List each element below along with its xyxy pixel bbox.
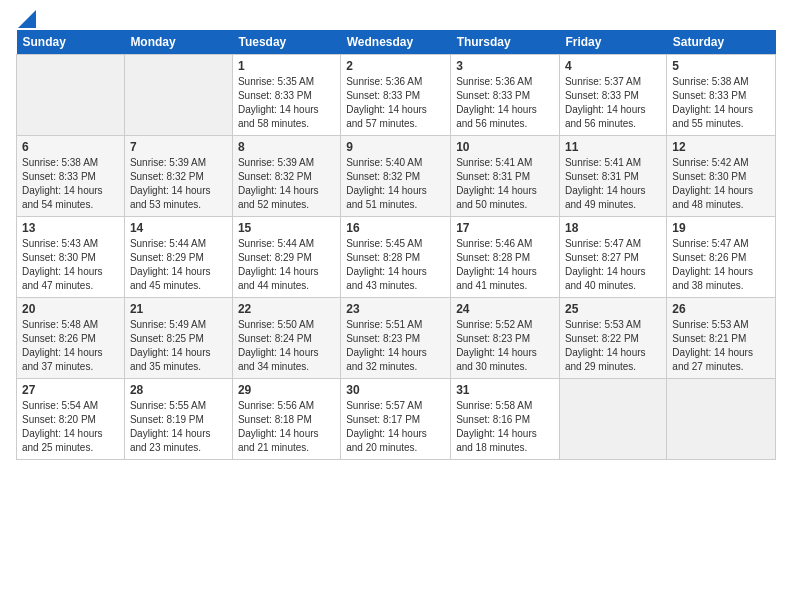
calendar-cell: [559, 379, 666, 460]
day-info: Sunrise: 5:40 AMSunset: 8:32 PMDaylight:…: [346, 156, 445, 212]
day-number: 29: [238, 383, 335, 397]
calendar-cell: 13Sunrise: 5:43 AMSunset: 8:30 PMDayligh…: [17, 217, 125, 298]
day-number: 1: [238, 59, 335, 73]
day-number: 27: [22, 383, 119, 397]
day-number: 24: [456, 302, 554, 316]
main-container: SundayMondayTuesdayWednesdayThursdayFrid…: [0, 0, 792, 468]
day-number: 25: [565, 302, 661, 316]
calendar-cell: 27Sunrise: 5:54 AMSunset: 8:20 PMDayligh…: [17, 379, 125, 460]
day-number: 21: [130, 302, 227, 316]
weekday-header-monday: Monday: [124, 30, 232, 55]
day-number: 18: [565, 221, 661, 235]
calendar-cell: 21Sunrise: 5:49 AMSunset: 8:25 PMDayligh…: [124, 298, 232, 379]
calendar-cell: 25Sunrise: 5:53 AMSunset: 8:22 PMDayligh…: [559, 298, 666, 379]
calendar-table: SundayMondayTuesdayWednesdayThursdayFrid…: [16, 30, 776, 460]
day-number: 9: [346, 140, 445, 154]
day-number: 5: [672, 59, 770, 73]
day-info: Sunrise: 5:36 AMSunset: 8:33 PMDaylight:…: [346, 75, 445, 131]
logo-block: [16, 12, 36, 24]
calendar-cell: 20Sunrise: 5:48 AMSunset: 8:26 PMDayligh…: [17, 298, 125, 379]
weekday-header-friday: Friday: [559, 30, 666, 55]
week-row-5: 27Sunrise: 5:54 AMSunset: 8:20 PMDayligh…: [17, 379, 776, 460]
day-number: 16: [346, 221, 445, 235]
week-row-1: 1Sunrise: 5:35 AMSunset: 8:33 PMDaylight…: [17, 55, 776, 136]
day-info: Sunrise: 5:53 AMSunset: 8:22 PMDaylight:…: [565, 318, 661, 374]
day-info: Sunrise: 5:52 AMSunset: 8:23 PMDaylight:…: [456, 318, 554, 374]
day-number: 20: [22, 302, 119, 316]
day-number: 26: [672, 302, 770, 316]
day-number: 17: [456, 221, 554, 235]
day-number: 15: [238, 221, 335, 235]
day-number: 8: [238, 140, 335, 154]
calendar-cell: 24Sunrise: 5:52 AMSunset: 8:23 PMDayligh…: [451, 298, 560, 379]
day-number: 2: [346, 59, 445, 73]
day-info: Sunrise: 5:54 AMSunset: 8:20 PMDaylight:…: [22, 399, 119, 455]
calendar-cell: 23Sunrise: 5:51 AMSunset: 8:23 PMDayligh…: [341, 298, 451, 379]
calendar-cell: 6Sunrise: 5:38 AMSunset: 8:33 PMDaylight…: [17, 136, 125, 217]
calendar-cell: 12Sunrise: 5:42 AMSunset: 8:30 PMDayligh…: [667, 136, 776, 217]
calendar-cell: 4Sunrise: 5:37 AMSunset: 8:33 PMDaylight…: [559, 55, 666, 136]
day-number: 10: [456, 140, 554, 154]
day-number: 31: [456, 383, 554, 397]
calendar-cell: 2Sunrise: 5:36 AMSunset: 8:33 PMDaylight…: [341, 55, 451, 136]
day-info: Sunrise: 5:58 AMSunset: 8:16 PMDaylight:…: [456, 399, 554, 455]
calendar-cell: 31Sunrise: 5:58 AMSunset: 8:16 PMDayligh…: [451, 379, 560, 460]
day-info: Sunrise: 5:43 AMSunset: 8:30 PMDaylight:…: [22, 237, 119, 293]
weekday-header-thursday: Thursday: [451, 30, 560, 55]
day-info: Sunrise: 5:37 AMSunset: 8:33 PMDaylight:…: [565, 75, 661, 131]
weekday-header-saturday: Saturday: [667, 30, 776, 55]
day-info: Sunrise: 5:57 AMSunset: 8:17 PMDaylight:…: [346, 399, 445, 455]
calendar-cell: 17Sunrise: 5:46 AMSunset: 8:28 PMDayligh…: [451, 217, 560, 298]
day-info: Sunrise: 5:47 AMSunset: 8:26 PMDaylight:…: [672, 237, 770, 293]
day-info: Sunrise: 5:38 AMSunset: 8:33 PMDaylight:…: [672, 75, 770, 131]
day-info: Sunrise: 5:42 AMSunset: 8:30 PMDaylight:…: [672, 156, 770, 212]
day-info: Sunrise: 5:49 AMSunset: 8:25 PMDaylight:…: [130, 318, 227, 374]
calendar-cell: 9Sunrise: 5:40 AMSunset: 8:32 PMDaylight…: [341, 136, 451, 217]
day-number: 12: [672, 140, 770, 154]
calendar-cell: [17, 55, 125, 136]
day-info: Sunrise: 5:35 AMSunset: 8:33 PMDaylight:…: [238, 75, 335, 131]
day-number: 4: [565, 59, 661, 73]
calendar-cell: 3Sunrise: 5:36 AMSunset: 8:33 PMDaylight…: [451, 55, 560, 136]
weekday-header-tuesday: Tuesday: [232, 30, 340, 55]
weekday-header-row: SundayMondayTuesdayWednesdayThursdayFrid…: [17, 30, 776, 55]
calendar-cell: 19Sunrise: 5:47 AMSunset: 8:26 PMDayligh…: [667, 217, 776, 298]
logo-triangle-icon: [18, 10, 36, 28]
calendar-cell: 11Sunrise: 5:41 AMSunset: 8:31 PMDayligh…: [559, 136, 666, 217]
day-number: 6: [22, 140, 119, 154]
day-number: 30: [346, 383, 445, 397]
weekday-header-wednesday: Wednesday: [341, 30, 451, 55]
day-info: Sunrise: 5:41 AMSunset: 8:31 PMDaylight:…: [565, 156, 661, 212]
day-info: Sunrise: 5:44 AMSunset: 8:29 PMDaylight:…: [238, 237, 335, 293]
day-info: Sunrise: 5:39 AMSunset: 8:32 PMDaylight:…: [238, 156, 335, 212]
calendar-cell: 5Sunrise: 5:38 AMSunset: 8:33 PMDaylight…: [667, 55, 776, 136]
week-row-4: 20Sunrise: 5:48 AMSunset: 8:26 PMDayligh…: [17, 298, 776, 379]
day-info: Sunrise: 5:50 AMSunset: 8:24 PMDaylight:…: [238, 318, 335, 374]
day-info: Sunrise: 5:41 AMSunset: 8:31 PMDaylight:…: [456, 156, 554, 212]
calendar-cell: 1Sunrise: 5:35 AMSunset: 8:33 PMDaylight…: [232, 55, 340, 136]
day-info: Sunrise: 5:45 AMSunset: 8:28 PMDaylight:…: [346, 237, 445, 293]
day-info: Sunrise: 5:36 AMSunset: 8:33 PMDaylight:…: [456, 75, 554, 131]
weekday-header-sunday: Sunday: [17, 30, 125, 55]
day-info: Sunrise: 5:46 AMSunset: 8:28 PMDaylight:…: [456, 237, 554, 293]
calendar-cell: 30Sunrise: 5:57 AMSunset: 8:17 PMDayligh…: [341, 379, 451, 460]
day-info: Sunrise: 5:48 AMSunset: 8:26 PMDaylight:…: [22, 318, 119, 374]
calendar-cell: 26Sunrise: 5:53 AMSunset: 8:21 PMDayligh…: [667, 298, 776, 379]
day-info: Sunrise: 5:51 AMSunset: 8:23 PMDaylight:…: [346, 318, 445, 374]
calendar-cell: 28Sunrise: 5:55 AMSunset: 8:19 PMDayligh…: [124, 379, 232, 460]
calendar-cell: 16Sunrise: 5:45 AMSunset: 8:28 PMDayligh…: [341, 217, 451, 298]
week-row-3: 13Sunrise: 5:43 AMSunset: 8:30 PMDayligh…: [17, 217, 776, 298]
calendar-cell: 22Sunrise: 5:50 AMSunset: 8:24 PMDayligh…: [232, 298, 340, 379]
day-info: Sunrise: 5:56 AMSunset: 8:18 PMDaylight:…: [238, 399, 335, 455]
day-info: Sunrise: 5:44 AMSunset: 8:29 PMDaylight:…: [130, 237, 227, 293]
day-info: Sunrise: 5:38 AMSunset: 8:33 PMDaylight:…: [22, 156, 119, 212]
day-number: 14: [130, 221, 227, 235]
calendar-cell: 29Sunrise: 5:56 AMSunset: 8:18 PMDayligh…: [232, 379, 340, 460]
day-number: 19: [672, 221, 770, 235]
calendar-cell: 8Sunrise: 5:39 AMSunset: 8:32 PMDaylight…: [232, 136, 340, 217]
day-number: 23: [346, 302, 445, 316]
week-row-2: 6Sunrise: 5:38 AMSunset: 8:33 PMDaylight…: [17, 136, 776, 217]
calendar-cell: 18Sunrise: 5:47 AMSunset: 8:27 PMDayligh…: [559, 217, 666, 298]
day-number: 11: [565, 140, 661, 154]
svg-marker-0: [18, 10, 36, 28]
